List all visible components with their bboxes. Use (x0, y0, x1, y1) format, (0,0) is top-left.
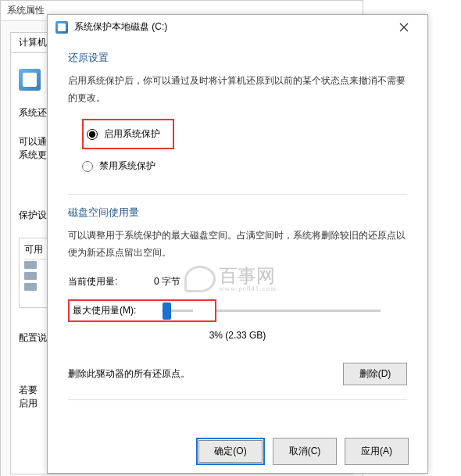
current-usage-value: 0 字节 (154, 275, 180, 288)
divider (68, 399, 407, 400)
parent-hint1: 可以通 (19, 136, 47, 147)
cancel-button[interactable]: 取消(C) (273, 438, 337, 465)
parent-config-label: 配置说 (19, 332, 47, 343)
dialog-titlebar: 系统保护本地磁盘 (C:) (48, 15, 427, 40)
drive-icon (24, 283, 37, 291)
radio-disable-label[interactable]: 禁用系统保护 (99, 159, 155, 173)
radio-disable-protection[interactable] (82, 161, 93, 172)
ok-button[interactable]: 确定(O) (198, 440, 263, 463)
parent-title: 系统属性 (7, 4, 45, 17)
current-usage-label: 当前使用量: (68, 275, 154, 288)
delete-button[interactable]: 删除(D) (343, 363, 407, 385)
max-usage-slider[interactable] (162, 310, 193, 312)
divider (68, 194, 407, 195)
drive-icon (55, 21, 68, 34)
radio-enable-protection[interactable] (87, 129, 98, 140)
drive-icon (24, 272, 37, 280)
restore-description: 启用系统保护后，你可以通过及时将计算机还原到以前的某个状态点来撤消不需要的更改。 (68, 73, 407, 106)
highlight-max-usage: 最大使用量(M): (68, 299, 216, 322)
max-usage-label: 最大使用量(M): (73, 304, 159, 317)
parent-bottom2: 启用 (19, 398, 38, 409)
parent-hint2: 系统更 (19, 149, 47, 160)
drive-icon (24, 261, 37, 269)
restore-settings-heading: 还原设置 (68, 51, 407, 65)
system-protection-dialog: 系统保护本地磁盘 (C:) 还原设置 启用系统保护后，你可以通过及时将计算机还原… (47, 14, 428, 474)
disk-usage-heading: 磁盘空间使用量 (68, 206, 407, 220)
slider-value-display: 3% (2.33 GB) (68, 330, 407, 341)
delete-description: 删除此驱动器的所有还原点。 (68, 367, 343, 381)
highlight-enable-option: 启用系统保护 (82, 119, 174, 149)
dialog-title: 系统保护本地磁盘 (C:) (74, 20, 388, 34)
slider-track-extra (216, 310, 381, 312)
shield-icon (19, 69, 41, 91)
disk-usage-description: 可以调整用于系统保护的最大磁盘空间。占满空间时，系统将删除较旧的还原点以便为新还… (68, 227, 407, 261)
parent-protect-label: 保护设 (19, 209, 47, 220)
apply-button[interactable]: 应用(A) (345, 438, 409, 465)
radio-enable-label[interactable]: 启用系统保护 (104, 127, 160, 141)
parent-bottom1: 若要 (19, 385, 38, 395)
close-button[interactable] (388, 16, 420, 38)
dialog-button-bar: 确定(O) 取消(C) 应用(A) (196, 438, 409, 465)
highlight-ok-button: 确定(O) (196, 438, 265, 465)
